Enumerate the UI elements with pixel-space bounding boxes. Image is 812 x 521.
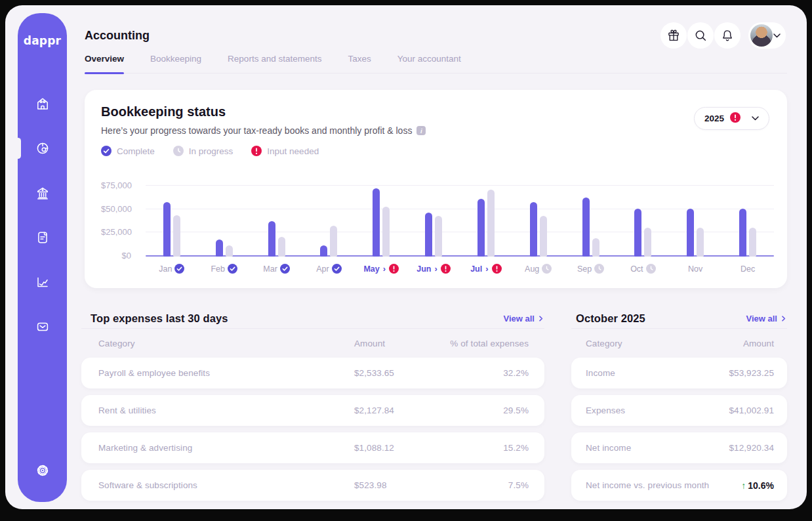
- search-button[interactable]: [687, 22, 714, 49]
- trend-value: ↑10.6%: [741, 480, 774, 491]
- sidebar-item-accounting[interactable]: [35, 140, 51, 156]
- y-axis-tick: $0: [101, 251, 131, 260]
- bar-group-may[interactable]: [355, 175, 407, 257]
- tab-bookkeeping[interactable]: Bookkeeping: [150, 54, 201, 73]
- gear-icon: [35, 463, 51, 478]
- expense-row[interactable]: Payroll & employee benefits$2,533.6532.2…: [81, 358, 544, 388]
- alert-badge-icon: [492, 264, 502, 274]
- bar-group-jun[interactable]: [407, 175, 460, 257]
- tab-taxes[interactable]: Taxes: [348, 54, 371, 73]
- expense-category: Marketing & advertising: [98, 443, 354, 453]
- notifications-button[interactable]: [714, 22, 741, 49]
- view-all-expenses-link[interactable]: View all: [504, 314, 544, 323]
- mail-icon: [35, 319, 51, 335]
- view-all-summary-link[interactable]: View all: [746, 314, 787, 323]
- summary-category: Expenses: [586, 406, 729, 415]
- bar-group-oct[interactable]: [617, 175, 669, 257]
- alert-badge: [730, 112, 741, 125]
- top-expenses-section: Top expenses last 30 days View all Categ…: [81, 308, 544, 507]
- bar-primary: [320, 245, 327, 257]
- check-badge-icon: [332, 264, 342, 274]
- summary-row[interactable]: Net income vs. previous month↑10.6%: [571, 470, 787, 501]
- search-icon: [693, 28, 708, 43]
- bar-secondary: [435, 216, 442, 257]
- bar-group-aug[interactable]: [512, 175, 565, 257]
- gifts-button[interactable]: [660, 22, 687, 49]
- info-icon[interactable]: i: [416, 126, 426, 135]
- month-label-jun[interactable]: Jun›: [407, 264, 460, 274]
- sidebar-item-banking[interactable]: [35, 185, 51, 201]
- sidebar-item-inbox[interactable]: [35, 319, 51, 335]
- summary-category: Net income: [586, 443, 729, 453]
- month-label-mar: Mar: [251, 264, 303, 274]
- month-label-nov: Nov: [669, 264, 721, 274]
- check-badge-icon: [280, 264, 290, 274]
- column-header: Category: [586, 339, 743, 348]
- summary-amount: $41,002.91: [729, 406, 774, 415]
- legend-item-complete: Complete: [101, 146, 155, 156]
- card-title: Bookkeeping status: [101, 104, 226, 119]
- month-label-may[interactable]: May›: [355, 264, 407, 274]
- summary-table-header: CategoryAmount: [571, 329, 787, 358]
- bar-group-mar[interactable]: [251, 175, 303, 257]
- section-title: Top expenses last 30 days: [91, 312, 228, 325]
- clock-badge-icon: [594, 264, 604, 274]
- bar-group-jul[interactable]: [460, 175, 512, 257]
- summary-category: Income: [586, 368, 729, 378]
- card-subtitle: Here’s your progress towards your tax-re…: [101, 125, 426, 136]
- tab-reports-and-statements[interactable]: Reports and statements: [228, 54, 321, 73]
- summary-amount: $12,920.34: [729, 443, 774, 453]
- bar-primary: [425, 213, 432, 257]
- expense-amount: $523.98: [354, 480, 508, 490]
- clock-badge-icon: [542, 264, 552, 274]
- bar-secondary: [697, 228, 704, 257]
- app-logo: dappr: [18, 34, 67, 47]
- summary-row[interactable]: Net income$12,920.34: [571, 432, 787, 463]
- bar-primary: [530, 202, 537, 257]
- expense-category: Software & subscriptions: [98, 480, 354, 490]
- year-dropdown-value: 2025: [704, 114, 724, 123]
- bar-primary: [216, 240, 223, 257]
- section-title: October 2025: [576, 312, 645, 325]
- month-label-aug: Aug: [512, 264, 565, 274]
- expense-row[interactable]: Software & subscriptions$523.987.5%: [81, 470, 544, 501]
- bar-group-sep[interactable]: [565, 175, 617, 257]
- bar-secondary: [644, 228, 651, 257]
- account-menu-button[interactable]: [748, 22, 786, 49]
- arrow-up-icon: ↑: [741, 480, 746, 491]
- bar-secondary: [749, 228, 756, 257]
- bar-group-apr[interactable]: [302, 175, 355, 257]
- expense-row[interactable]: Rent & utilities$2,127.8429.5%: [81, 395, 544, 426]
- bar-secondary: [540, 216, 547, 257]
- tab-bar: OverviewBookkeepingReports and statement…: [85, 54, 787, 73]
- header-actions: [660, 22, 786, 49]
- pie-chart-icon: [35, 140, 51, 156]
- summary-row[interactable]: Expenses$41,002.91: [571, 395, 787, 426]
- tab-overview[interactable]: Overview: [85, 54, 124, 73]
- bar-group-jan[interactable]: [146, 175, 198, 257]
- month-label-jul[interactable]: Jul›: [460, 264, 512, 274]
- bar-group-dec[interactable]: [721, 175, 774, 257]
- year-dropdown[interactable]: 2025: [694, 107, 769, 130]
- y-axis-tick: $75,000: [101, 180, 131, 190]
- expense-row[interactable]: Marketing & advertising$1,088.1215.2%: [81, 432, 544, 463]
- bar-group-nov[interactable]: [669, 175, 721, 257]
- summary-row[interactable]: Income$53,923.25: [571, 358, 787, 388]
- alert-badge-icon: [251, 146, 262, 156]
- expense-amount: $2,127.84: [354, 406, 503, 415]
- sidebar-item-settings[interactable]: [35, 463, 51, 478]
- column-header: Category: [98, 339, 354, 348]
- bar-primary: [163, 202, 171, 257]
- home-icon: [35, 96, 51, 112]
- bar-secondary: [226, 245, 233, 257]
- bar-group-feb[interactable]: [198, 175, 251, 257]
- sidebar-item-analytics[interactable]: [35, 274, 51, 290]
- expense-percent: 29.5%: [503, 406, 529, 415]
- legend-item-in_progress: In progress: [173, 146, 233, 156]
- sidebar-item-home[interactable]: [35, 96, 51, 112]
- chevron-right-icon: ›: [382, 264, 386, 274]
- sidebar-item-documents[interactable]: [35, 230, 51, 245]
- bar-secondary: [278, 237, 285, 257]
- tab-your-accountant[interactable]: Your accountant: [397, 54, 461, 73]
- month-label-feb: Feb: [198, 264, 251, 274]
